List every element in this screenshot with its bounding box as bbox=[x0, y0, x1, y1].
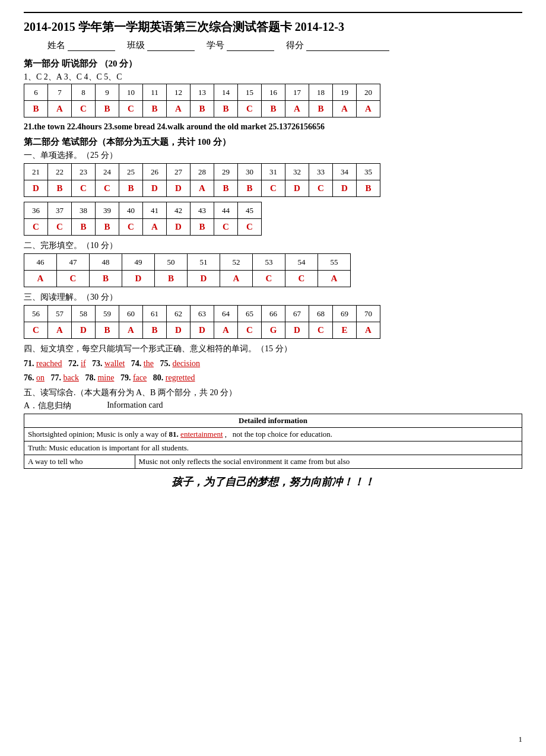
s2-answers: ACBDBDACCA bbox=[24, 271, 351, 287]
fill-section: 71. reached 72. if 73. wallet 74. the 75… bbox=[24, 359, 522, 383]
info-card-cell1: Shortsighted opinion; Music is only a wa… bbox=[24, 428, 522, 441]
part1-table: 67891011121314151617181920 BACBCBABBCBAB… bbox=[24, 84, 380, 117]
part1-answers: BACBCBABBCBABAA bbox=[24, 101, 380, 117]
student-id-label: 学号 bbox=[207, 40, 224, 51]
part1-header: 67891011121314151617181920 bbox=[24, 84, 380, 101]
section1-table1: 212223242526272829303132333435 DBCCBDDAB… bbox=[24, 163, 380, 197]
page-title: 2014-2015 学年第一学期英语第三次综合测试答题卡 2014-12-3 bbox=[24, 19, 522, 35]
info-card-col2: Music not only reflects the social envir… bbox=[135, 455, 522, 469]
student-info: 姓名 班级 学号 得分 bbox=[24, 40, 522, 51]
fill-answers-bold: 21.the town 22.4hours 23.some bread 24.w… bbox=[24, 122, 522, 132]
page-number: 1 bbox=[519, 735, 523, 744]
sub-title-a: A．信息归纳 bbox=[24, 401, 71, 411]
s1t1-answers: DBCCBDDABBCDCDB bbox=[24, 180, 380, 197]
bottom-motto: 孩子，为了自己的梦想，努力向前冲！！！ bbox=[24, 475, 522, 489]
ans-73: wallet bbox=[104, 359, 125, 368]
s2-header: 46474849505152535455 bbox=[24, 254, 351, 271]
s3-answers: CADBABDDACGDCEA bbox=[24, 322, 380, 339]
ans-80: regretted bbox=[166, 373, 195, 382]
info-card-row3: A way to tell who Music not only reflect… bbox=[24, 455, 522, 469]
fill-line1: 71. reached 72. if 73. wallet 74. the 75… bbox=[24, 359, 522, 369]
ans-78: mine bbox=[97, 373, 114, 382]
s3-header: 565758596061626364656667686970 bbox=[24, 306, 380, 322]
student-id-field: 学号 bbox=[207, 40, 274, 51]
fill-line2: 76. on 77. back 78. mine 79. face 80. re… bbox=[24, 373, 522, 383]
info-card-cell2: Truth: Music education is important for … bbox=[24, 441, 522, 455]
class-field: 班级 bbox=[127, 40, 195, 51]
s1t1-header: 212223242526272829303132333435 bbox=[24, 164, 380, 180]
ans-75: decision bbox=[172, 359, 200, 368]
student-id-value bbox=[227, 40, 274, 51]
ans-72: if bbox=[81, 359, 86, 368]
info-card-row2: Truth: Music education is important for … bbox=[24, 441, 522, 455]
name-field: 姓名 bbox=[47, 40, 115, 51]
section5-title: 五、读写综合.（本大题有分为 A、B 两个部分，共 20 分） bbox=[24, 387, 522, 398]
s1t2-answers: CCBBCADBCC bbox=[24, 219, 262, 236]
section1-title: 一、单项选择。（25 分） bbox=[24, 150, 522, 161]
info-card-header: Detailed information bbox=[24, 414, 522, 428]
ans-71: reached bbox=[36, 359, 62, 368]
part2-title: 第二部分 笔试部分（本部分为五大题，共计 100 分） bbox=[24, 136, 522, 148]
info-card-label: Information card bbox=[107, 401, 163, 410]
section1-table2: 36373839404142434445 CCBBCADBCC bbox=[24, 202, 262, 236]
section2-table: 46474849505152535455 ACBDBDACCA bbox=[24, 253, 351, 287]
score-value bbox=[306, 40, 389, 51]
section3-table: 565758596061626364656667686970 CADBABDDA… bbox=[24, 305, 380, 339]
part1-title: 第一部分 听说部分 （20 分） bbox=[24, 58, 522, 69]
ans-81: entertainment bbox=[180, 430, 223, 439]
ans-77: back bbox=[64, 373, 79, 382]
info-card-header-row: Detailed information bbox=[24, 414, 522, 428]
info-card-row1: Shortsighted opinion; Music is only a wa… bbox=[24, 428, 522, 441]
info-card-col1: A way to tell who bbox=[24, 455, 135, 469]
s1t2-header: 36373839404142434445 bbox=[24, 202, 262, 219]
info-card-table: Detailed information Shortsighted opinio… bbox=[24, 414, 522, 469]
listening-answers: 1、C 2、A 3、C 4、C 5、C bbox=[24, 72, 522, 82]
top-divider bbox=[24, 12, 522, 13]
score-field: 得分 bbox=[286, 40, 389, 51]
ans-79: face bbox=[133, 373, 147, 382]
section3-title: 三、阅读理解。（30 分） bbox=[24, 292, 522, 303]
section2-title: 二、完形填空。（10 分） bbox=[24, 240, 522, 251]
score-label: 得分 bbox=[286, 40, 304, 51]
class-label: 班级 bbox=[127, 40, 145, 51]
name-label: 姓名 bbox=[47, 40, 65, 51]
ans-76: on bbox=[36, 373, 45, 382]
name-value bbox=[68, 40, 115, 51]
ans-74: the bbox=[144, 359, 154, 368]
section4-title: 四、短文填空，每空只能填写一个形式正确、意义相符的单词。（15 分） bbox=[24, 344, 522, 354]
class-value bbox=[147, 40, 195, 51]
fill-answers-bold-text: 21.the town 22.4hours 23.some bread 24.w… bbox=[24, 122, 325, 131]
section5-header: A．信息归纳 Information card bbox=[24, 401, 522, 411]
